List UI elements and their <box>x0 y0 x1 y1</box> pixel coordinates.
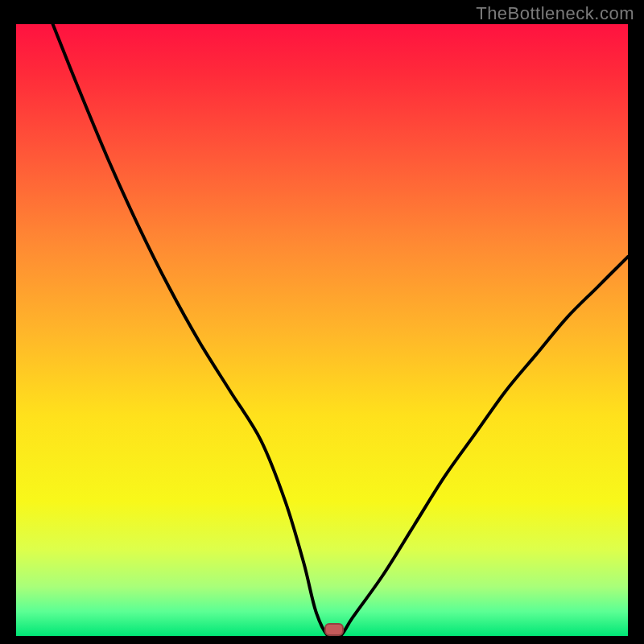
curve-path <box>53 24 628 636</box>
watermark-text: TheBottleneck.com <box>476 3 634 24</box>
chart-frame: TheBottleneck.com <box>0 0 644 644</box>
bottleneck-curve <box>16 24 628 636</box>
optimal-point-marker <box>324 623 344 636</box>
plot-area <box>16 24 628 636</box>
